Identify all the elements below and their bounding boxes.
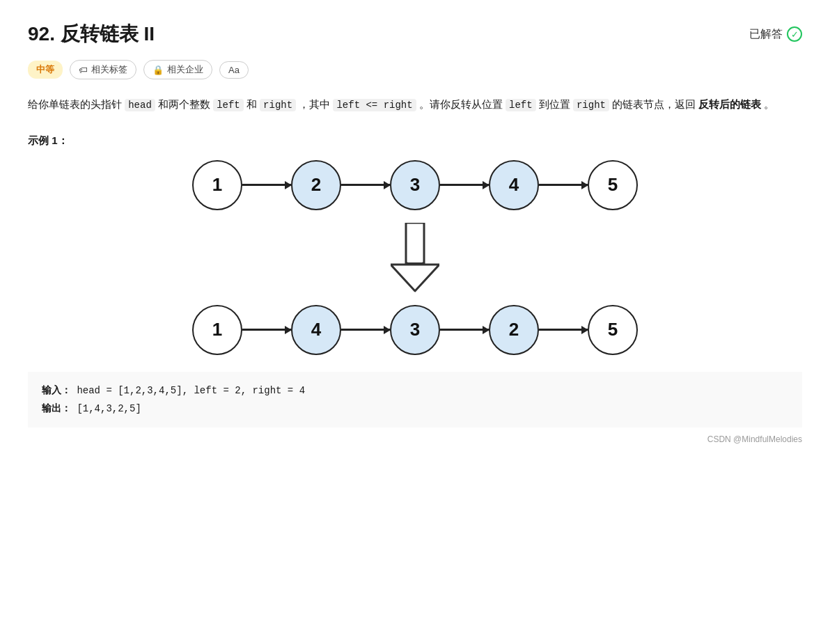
output-line: 输出： [1,4,3,2,5] xyxy=(42,400,788,418)
arrow-4 xyxy=(539,184,588,186)
tag-icon: 🏷 xyxy=(79,65,88,75)
related-company-button[interactable]: 🔒 相关企业 xyxy=(143,60,212,79)
footer: CSDN @MindfulMelodies xyxy=(28,434,802,444)
node-2-bottom: 2 xyxy=(489,305,539,355)
down-arrow-container xyxy=(391,217,439,298)
lock-icon: 🔒 xyxy=(152,65,164,75)
svg-rect-2 xyxy=(408,224,423,262)
problem-title: 92. 反转链表 II xyxy=(28,21,155,47)
code-right-2: right xyxy=(573,99,609,111)
code-head: head xyxy=(125,99,155,111)
down-arrow-icon xyxy=(391,223,439,292)
arrow-8 xyxy=(539,329,588,331)
node-3-top: 3 xyxy=(390,160,440,210)
arrow-2 xyxy=(341,184,390,186)
node-3-bottom: 3 xyxy=(390,305,440,355)
node-5-bottom: 5 xyxy=(588,305,638,355)
bold-result: 反转后的链表 xyxy=(698,98,761,110)
code-constraint: left <= right xyxy=(333,99,416,111)
check-circle-icon: ✓ xyxy=(787,26,802,42)
arrow-3 xyxy=(440,184,489,186)
node-2-top: 2 xyxy=(291,160,341,210)
code-left-2: left xyxy=(506,99,536,111)
related-tags-button[interactable]: 🏷 相关标签 xyxy=(70,60,136,79)
font-button[interactable]: Aa xyxy=(219,61,249,79)
node-4-top: 4 xyxy=(489,160,539,210)
node-4-bottom: 4 xyxy=(291,305,341,355)
arrow-1 xyxy=(242,184,291,186)
output-label: 输出： xyxy=(42,402,71,414)
code-right: right xyxy=(260,99,296,111)
node-1-top: 1 xyxy=(192,160,242,210)
problem-description: 给你单链表的头指针 head 和两个整数 left 和 right ，其中 le… xyxy=(28,95,802,115)
arrow-5 xyxy=(242,329,291,331)
solved-badge: 已解答 ✓ xyxy=(749,26,802,42)
arrow-7 xyxy=(440,329,489,331)
node-1-bottom: 1 xyxy=(192,305,242,355)
example-io: 输入： head = [1,2,3,4,5], left = 2, right … xyxy=(28,372,802,427)
arrow-6 xyxy=(341,329,390,331)
bottom-node-row: 1 4 3 2 5 xyxy=(192,305,638,355)
code-left: left xyxy=(213,99,244,111)
diagram: 1 2 3 4 5 1 xyxy=(28,160,802,355)
example-title: 示例 1： xyxy=(28,134,802,148)
top-node-row: 1 2 3 4 5 xyxy=(192,160,638,210)
difficulty-tag: 中等 xyxy=(28,61,63,79)
tags-row: 中等 🏷 相关标签 🔒 相关企业 Aa xyxy=(28,60,802,79)
input-line: 输入： head = [1,2,3,4,5], left = 2, right … xyxy=(42,382,788,400)
node-5-top: 5 xyxy=(588,160,638,210)
input-label: 输入： xyxy=(42,384,71,395)
